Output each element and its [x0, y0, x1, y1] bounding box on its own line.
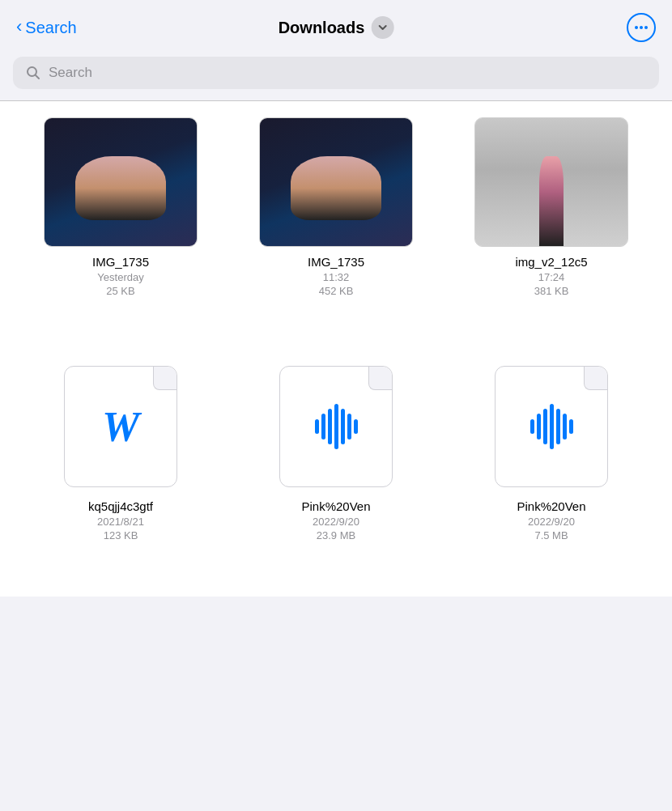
file-name: IMG_1735 [308, 255, 364, 269]
search-icon [26, 66, 40, 80]
audio-waveform-icon [530, 404, 573, 449]
svg-point-1 [640, 26, 643, 29]
image-preview [45, 118, 197, 246]
doc-icon-container: W [52, 362, 189, 491]
file-date: 2022/9/20 [528, 516, 575, 528]
file-size: 23.9 MB [317, 529, 355, 541]
file-item[interactable]: W kq5qjj4c3gtf 2021/8/21 123 KB [19, 362, 222, 541]
page-title: Downloads [279, 19, 365, 37]
word-letter: W [102, 403, 139, 451]
back-button[interactable]: ‹ Search [16, 18, 77, 37]
file-item[interactable]: Pink%20Ven 2022/9/20 7.5 MB [450, 362, 653, 541]
more-button[interactable] [627, 13, 656, 42]
image-file-grid: IMG_1735 Yesterday 25 KB IMG_1735 11:32 … [19, 117, 653, 297]
file-date: 11:32 [323, 271, 350, 283]
svg-point-0 [635, 26, 638, 29]
audio-file-icon [279, 366, 393, 487]
file-size: 452 KB [319, 285, 354, 297]
section-gap [19, 336, 653, 362]
file-date: 2022/9/20 [313, 516, 359, 528]
file-name: Pink%20Ven [301, 499, 370, 513]
file-item[interactable]: IMG_1735 11:32 452 KB [235, 117, 437, 297]
file-item[interactable]: IMG_1735 Yesterday 25 KB [19, 117, 222, 297]
image-preview [475, 118, 627, 246]
file-size: 123 KB [104, 529, 138, 541]
doc-icon-container [267, 362, 405, 491]
header: ‹ Search Downloads [0, 0, 672, 50]
file-name: img_v2_12c5 [515, 255, 587, 269]
back-chevron-icon: ‹ [16, 16, 22, 37]
search-input[interactable] [49, 65, 646, 81]
image-preview [260, 118, 412, 246]
search-bar[interactable] [13, 57, 659, 89]
audio-waveform-icon [315, 404, 358, 449]
file-item[interactable]: Pink%20Ven 2022/9/20 23.9 MB [235, 362, 437, 541]
search-bar-container [0, 50, 672, 100]
file-thumbnail [474, 117, 628, 247]
file-date: 17:24 [538, 271, 565, 283]
doc-icon-container [483, 362, 620, 491]
word-file-icon: W [64, 366, 177, 487]
file-name: kq5qjj4c3gtf [88, 499, 153, 513]
file-size: 7.5 MB [534, 529, 568, 541]
file-item[interactable]: img_v2_12c5 17:24 381 KB [450, 117, 653, 297]
svg-point-2 [644, 26, 648, 29]
audio-file-icon [495, 366, 608, 487]
chevron-down-icon [376, 22, 388, 33]
file-size: 381 KB [534, 285, 569, 297]
file-thumbnail [259, 117, 413, 247]
doc-file-grid: W kq5qjj4c3gtf 2021/8/21 123 KB [19, 362, 653, 541]
more-horizontal-icon [633, 19, 649, 36]
file-name: IMG_1735 [92, 255, 149, 269]
file-size: 25 KB [106, 285, 134, 297]
file-date: 2021/8/21 [97, 516, 144, 528]
file-name: Pink%20Ven [517, 499, 585, 513]
file-date: Yesterday [97, 271, 143, 283]
header-title-area: Downloads [279, 16, 394, 39]
dropdown-button[interactable] [371, 16, 393, 39]
back-label: Search [25, 19, 76, 37]
content-area: IMG_1735 Yesterday 25 KB IMG_1735 11:32 … [0, 101, 672, 597]
file-thumbnail [44, 117, 198, 247]
